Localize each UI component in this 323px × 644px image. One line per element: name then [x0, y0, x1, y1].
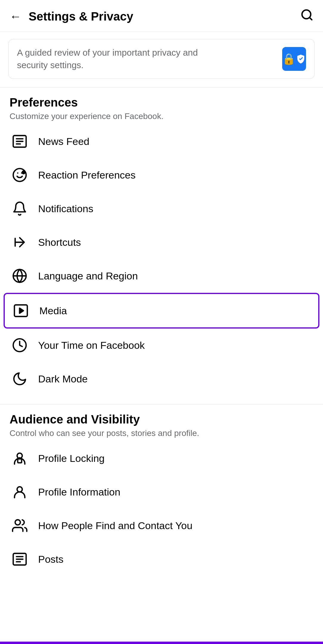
menu-item-dark-mode[interactable]: Dark Mode: [10, 362, 313, 396]
back-button[interactable]: ←: [10, 10, 21, 23]
posts-icon: [10, 549, 30, 569]
language-region-label: Language and Region: [38, 270, 138, 282]
preferences-subtitle: Customize your experience on Facebook.: [10, 112, 313, 121]
menu-item-how-people-find[interactable]: How People Find and Contact You: [10, 509, 313, 543]
profile-info-icon: [10, 482, 30, 502]
menu-item-media[interactable]: Media: [4, 293, 319, 329]
menu-item-language-region[interactable]: Language and Region: [10, 259, 313, 293]
search-icon[interactable]: [300, 8, 313, 24]
svg-point-20: [15, 520, 20, 525]
header-left: ← Settings & Privacy: [10, 10, 133, 23]
posts-label: Posts: [38, 554, 63, 565]
menu-item-notifications[interactable]: Notifications: [10, 192, 313, 226]
divider-middle: [0, 404, 323, 404]
how-people-find-label: How People Find and Contact You: [38, 520, 192, 532]
menu-item-shortcuts[interactable]: Shortcuts: [10, 226, 313, 259]
header: ← Settings & Privacy: [0, 0, 323, 32]
shortcuts-label: Shortcuts: [38, 237, 81, 248]
find-contact-icon: [10, 515, 30, 536]
audience-subtitle: Control who can see your posts, stories …: [10, 429, 313, 438]
svg-line-1: [310, 18, 312, 20]
reaction-preferences-label: Reaction Preferences: [38, 169, 136, 181]
media-icon: [11, 301, 31, 321]
privacy-card-text: A guided review of your important privac…: [17, 46, 219, 71]
news-feed-icon: [10, 131, 30, 151]
dark-mode-icon: [10, 369, 30, 389]
audience-title: Audience and Visibility: [10, 413, 313, 426]
dark-mode-label: Dark Mode: [38, 373, 88, 385]
privacy-checkup-card[interactable]: A guided review of your important privac…: [8, 39, 315, 79]
language-icon: [10, 266, 30, 286]
audience-section: Audience and Visibility Control who can …: [0, 413, 323, 576]
menu-item-profile-information[interactable]: Profile Information: [10, 475, 313, 509]
menu-item-posts[interactable]: Posts: [10, 543, 313, 576]
menu-item-news-feed[interactable]: News Feed: [10, 125, 313, 158]
profile-locking-label: Profile Locking: [38, 453, 105, 464]
media-label: Media: [39, 305, 67, 317]
privacy-card-icon: [282, 47, 306, 71]
menu-item-reaction-preferences[interactable]: + Reaction Preferences: [10, 158, 313, 192]
svg-text:+: +: [23, 171, 24, 174]
svg-point-6: [13, 168, 26, 181]
profile-information-label: Profile Information: [38, 486, 120, 498]
svg-marker-15: [20, 308, 24, 313]
your-time-label: Your Time on Facebook: [38, 340, 145, 351]
page-title: Settings & Privacy: [29, 10, 133, 23]
shortcuts-icon: [10, 232, 30, 252]
svg-point-19: [17, 487, 22, 492]
reaction-icon: +: [10, 165, 30, 185]
preferences-title: Preferences: [10, 96, 313, 109]
news-feed-label: News Feed: [38, 136, 89, 147]
notifications-label: Notifications: [38, 203, 93, 215]
time-icon: [10, 335, 30, 355]
notifications-icon: [10, 198, 30, 219]
profile-locking-icon: [10, 448, 30, 468]
bottom-bar: [0, 642, 323, 644]
divider-top: [0, 87, 323, 87]
menu-item-your-time[interactable]: Your Time on Facebook: [10, 329, 313, 362]
preferences-section: Preferences Customize your experience on…: [0, 96, 323, 396]
menu-item-profile-locking[interactable]: Profile Locking: [10, 442, 313, 475]
